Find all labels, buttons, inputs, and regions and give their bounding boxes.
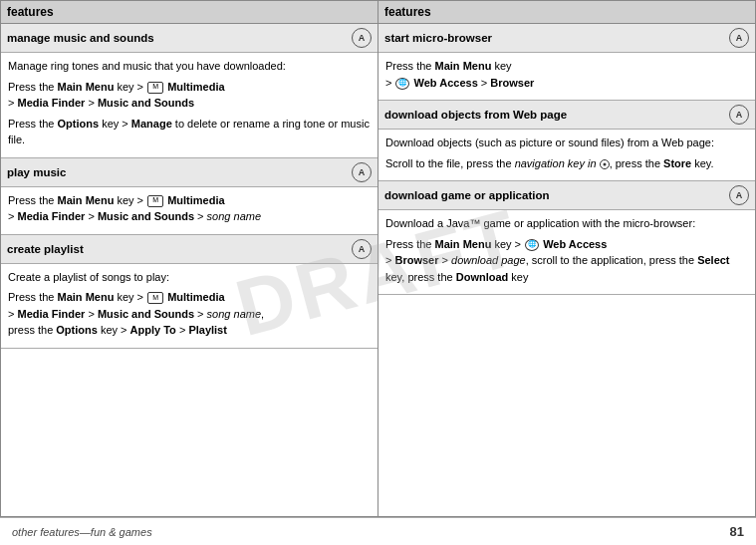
para-play-1: Press the Main Menu key > M Multimedia >… bbox=[8, 192, 371, 225]
para-playlist-1: Create a playlist of songs to play: bbox=[8, 269, 371, 286]
right-col-header: features bbox=[378, 1, 755, 24]
multimedia-icon-1: M bbox=[147, 82, 163, 94]
section-title-micro-browser: start micro-browser bbox=[384, 32, 492, 44]
footer-text: other features—fun & games bbox=[12, 526, 152, 538]
section-body-micro-browser: Press the Main Menu key > 🌐 Web Access >… bbox=[378, 53, 755, 100]
accessibility-icon-play: A bbox=[352, 162, 372, 182]
section-body-play-music: Press the Main Menu key > M Multimedia >… bbox=[1, 187, 378, 234]
para-manage-3: Press the Options key > Manage to delete… bbox=[8, 116, 371, 148]
para-manage-1: Manage ring tones and music that you hav… bbox=[8, 58, 371, 75]
section-create-playlist: create playlist A Create a playlist of s… bbox=[1, 235, 378, 349]
section-play-music: play music A Press the Main Menu key > M… bbox=[1, 158, 378, 235]
section-download-objects: download objects from Web page A Downloa… bbox=[378, 101, 755, 181]
section-download-game: download game or application A Download … bbox=[378, 181, 755, 295]
nav-dot-icon bbox=[600, 159, 610, 169]
section-header-micro-browser: start micro-browser A bbox=[378, 24, 755, 53]
section-body-create-playlist: Create a playlist of songs to play: Pres… bbox=[1, 264, 378, 348]
multimedia-icon-3: M bbox=[147, 292, 163, 304]
section-header-create-playlist: create playlist A bbox=[1, 235, 378, 264]
para-playlist-2: Press the Main Menu key > M Multimedia >… bbox=[8, 289, 371, 339]
para-download-obj-2: Scroll to the file, press the navigation… bbox=[385, 155, 748, 172]
section-title-manage-music: manage music and sounds bbox=[7, 32, 154, 44]
section-title-create-playlist: create playlist bbox=[7, 243, 84, 255]
main-content: features manage music and sounds A Manag… bbox=[0, 0, 756, 517]
section-body-manage-music: Manage ring tones and music that you hav… bbox=[1, 53, 378, 157]
section-header-play-music: play music A bbox=[1, 158, 378, 187]
multimedia-icon-2: M bbox=[147, 195, 163, 207]
para-download-game-2: Press the Main Menu key > 🌐 Web Access >… bbox=[385, 236, 748, 286]
section-header-download-objects: download objects from Web page A bbox=[378, 101, 755, 130]
accessibility-icon-playlist: A bbox=[352, 239, 372, 259]
accessibility-icon-manage: A bbox=[352, 28, 372, 48]
section-body-download-game: Download a Java™ game or application wit… bbox=[378, 210, 755, 294]
web-icon-2: 🌐 bbox=[525, 239, 539, 251]
footer: other features—fun & games 81 bbox=[0, 517, 756, 545]
section-title-play-music: play music bbox=[7, 166, 66, 178]
para-manage-2: Press the Main Menu key > M Multimedia >… bbox=[8, 79, 371, 112]
section-manage-music: manage music and sounds A Manage ring to… bbox=[1, 24, 378, 158]
left-col-header: features bbox=[1, 1, 378, 24]
section-title-download-objects: download objects from Web page bbox=[384, 109, 567, 121]
para-download-game-1: Download a Java™ game or application wit… bbox=[385, 215, 748, 232]
para-browser-1: Press the Main Menu key > 🌐 Web Access >… bbox=[385, 58, 748, 91]
section-micro-browser: start micro-browser A Press the Main Men… bbox=[378, 24, 755, 101]
section-body-download-objects: Download objects (such as picture or sou… bbox=[378, 130, 755, 180]
page-number: 81 bbox=[730, 524, 744, 539]
web-icon-1: 🌐 bbox=[395, 78, 409, 90]
accessibility-icon-download-objects: A bbox=[729, 105, 749, 125]
section-header-manage-music: manage music and sounds A bbox=[1, 24, 378, 53]
accessibility-icon-download-game: A bbox=[729, 185, 749, 205]
para-download-obj-1: Download objects (such as picture or sou… bbox=[385, 135, 748, 151]
right-column: features start micro-browser A Press the… bbox=[378, 1, 755, 516]
section-header-download-game: download game or application A bbox=[378, 181, 755, 210]
section-title-download-game: download game or application bbox=[384, 189, 550, 201]
accessibility-icon-browser: A bbox=[729, 28, 749, 48]
left-column: features manage music and sounds A Manag… bbox=[1, 1, 378, 516]
